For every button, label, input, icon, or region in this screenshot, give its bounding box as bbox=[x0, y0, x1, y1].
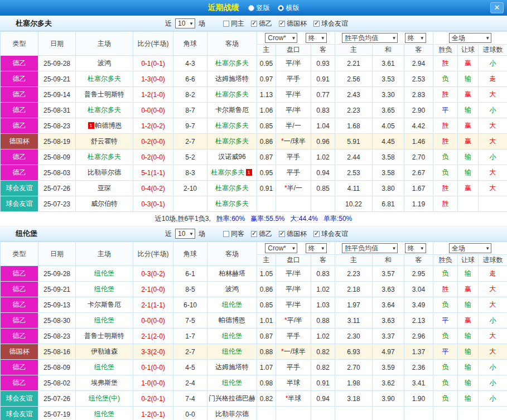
average-state-select[interactable]: 终▼ bbox=[405, 33, 426, 43]
chevron-down-icon: ▼ bbox=[485, 246, 490, 251]
red-card-badge: 1 bbox=[246, 169, 252, 176]
league-checkbox-cup[interactable]: 德国杯 bbox=[279, 19, 307, 28]
close-icon[interactable]: ✕ bbox=[490, 2, 504, 13]
subcol-home-odds: 主 bbox=[257, 255, 276, 266]
score-cell: 0-1(0-1) bbox=[133, 56, 173, 71]
score-cell: 5-1(1-1) bbox=[133, 165, 173, 181]
matches-table: 类型 日期 主场 比分(半场) 角球 客场 Crow*▼ 终▼ 胜平负均值▼ 终… bbox=[0, 242, 507, 420]
goals-result-cell: 大 bbox=[479, 134, 507, 149]
average-type-select[interactable]: 胜平负均值▼ bbox=[342, 243, 398, 253]
match-count-select[interactable]: 10 ▼ bbox=[175, 18, 195, 28]
handicap-result-cell: 输 bbox=[458, 149, 479, 165]
radio-checked-icon bbox=[278, 5, 284, 11]
date-cell: 25-09-28 bbox=[38, 56, 76, 71]
corner-cell: 4-5 bbox=[173, 360, 207, 375]
col-header-corner: 角球 bbox=[173, 32, 207, 56]
match-count-select[interactable]: 10 ▼ bbox=[175, 229, 195, 239]
handicap-result-cell: 输 bbox=[458, 266, 479, 282]
league-checkbox-friendly[interactable]: 球会友谊 bbox=[313, 19, 348, 28]
home-team-cell: 杜塞尔多夫 bbox=[76, 149, 133, 165]
match-row: 德乙25-09-21杜塞尔多夫1-3(0-0)6-6达姆施塔特0.97平手0.9… bbox=[1, 71, 507, 87]
date-cell: 25-08-16 bbox=[38, 344, 76, 360]
odds-state-select[interactable]: 终▼ bbox=[306, 243, 327, 253]
home-avg-cell: 3.18 bbox=[335, 391, 373, 407]
subcol-goals: 进球数 bbox=[479, 255, 507, 266]
draw-avg-cell: 3.80 bbox=[373, 181, 404, 196]
score-cell: 0-1(0-0) bbox=[133, 360, 173, 375]
red-card-badge: 1 bbox=[88, 122, 94, 129]
odds-state-select[interactable]: 终▼ bbox=[306, 33, 327, 43]
odds-company-select[interactable]: Crow*▼ bbox=[265, 243, 297, 253]
league-checkbox-de2[interactable]: 德乙 bbox=[251, 229, 272, 239]
draw-avg-cell: 3.59 bbox=[373, 360, 404, 375]
chevron-down-icon: ▼ bbox=[189, 231, 194, 236]
date-cell: 25-07-19 bbox=[38, 407, 76, 420]
same-venue-checkbox[interactable]: 同主 bbox=[223, 19, 244, 28]
handicap-result-cell bbox=[458, 407, 479, 420]
handicap-cell: 平/半 bbox=[276, 297, 311, 313]
league-checkbox-de2[interactable]: 德乙 bbox=[251, 19, 272, 28]
corner-cell: 2-7 bbox=[173, 344, 207, 360]
subcol-away-avg: 客 bbox=[404, 45, 433, 56]
handicap-cell bbox=[276, 196, 311, 212]
away-avg-cell: 2.36 bbox=[404, 360, 433, 375]
same-venue-checkbox[interactable]: 同客 bbox=[223, 229, 244, 239]
layout-vertical-label: 竖版 bbox=[257, 3, 270, 13]
away-team-cell: 波鸿 bbox=[207, 282, 257, 297]
home-team-cell: 纽伦堡 bbox=[76, 313, 133, 329]
draw-avg-cell: 3.65 bbox=[373, 103, 404, 118]
subcol-draw-avg: 和 bbox=[373, 45, 404, 56]
home-odds-cell bbox=[257, 407, 276, 420]
match-type-cell: 德乙 bbox=[1, 375, 38, 391]
result-cell: 平 bbox=[433, 103, 458, 118]
away-avg-cell: 2.95 bbox=[404, 266, 433, 282]
corner-cell: 1-7 bbox=[173, 329, 207, 344]
page-title: 近期战绩 bbox=[208, 3, 239, 13]
match-type-cell: 球会友谊 bbox=[1, 407, 38, 420]
date-cell: 25-09-28 bbox=[38, 266, 76, 282]
checkbox-checked-icon bbox=[251, 231, 257, 237]
date-cell: 25-08-19 bbox=[38, 134, 76, 149]
average-state-select[interactable]: 终▼ bbox=[405, 243, 426, 253]
corner-cell: 2-4 bbox=[173, 375, 207, 391]
league-checkbox-friendly[interactable]: 球会友谊 bbox=[313, 229, 348, 239]
odds-company-select[interactable]: Crow*▼ bbox=[265, 33, 297, 43]
home-avg-cell: 2.53 bbox=[335, 165, 373, 181]
near-label: 近 bbox=[165, 19, 172, 28]
subcol-goals: 进球数 bbox=[479, 45, 507, 56]
handicap-cell: 平手 bbox=[276, 149, 311, 165]
home-odds-cell: 0.95 bbox=[257, 56, 276, 71]
away-odds-cell: 0.83 bbox=[311, 266, 335, 282]
home-odds-cell: 0.85 bbox=[257, 118, 276, 134]
away-avg-cell: 2.90 bbox=[404, 103, 433, 118]
subcol-away-odds: 客 bbox=[311, 45, 335, 56]
score-cell: 1-2(0-1) bbox=[133, 407, 173, 420]
home-avg-cell: 3.11 bbox=[335, 313, 373, 329]
checkbox-checked-icon bbox=[251, 21, 257, 27]
chevron-down-icon: ▼ bbox=[392, 36, 396, 41]
layout-radio-horizontal[interactable]: 横版 bbox=[278, 3, 300, 13]
goals-result-cell: 走 bbox=[479, 71, 507, 87]
handicap-cell: 平手 bbox=[276, 329, 311, 344]
handicap-cell: 平/半 bbox=[276, 56, 311, 71]
result-cell: 负 bbox=[433, 71, 458, 87]
home-team-cell: 纽伦堡 bbox=[76, 282, 133, 297]
layout-radio-vertical[interactable]: 竖版 bbox=[248, 3, 270, 13]
away-avg-cell: 3.49 bbox=[404, 297, 433, 313]
scope-select[interactable]: 全场▼ bbox=[449, 33, 491, 43]
away-team-cell: 纽伦堡 bbox=[207, 344, 257, 360]
date-cell: 25-08-09 bbox=[38, 149, 76, 165]
scope-select[interactable]: 全场▼ bbox=[449, 243, 491, 253]
score-cell: 0-2(0-0) bbox=[133, 149, 173, 165]
filters: 近 10 ▼ 场 同客 德乙 德国杯 球会友谊 bbox=[165, 229, 348, 239]
checkbox-checked-icon bbox=[313, 21, 320, 27]
col-header-corner: 角球 bbox=[173, 242, 207, 266]
goals-result-cell: 大 bbox=[479, 165, 507, 181]
league-checkbox-cup[interactable]: 德国杯 bbox=[279, 229, 307, 239]
match-row: 德乙25-09-14普鲁士明斯特1-2(1-0)8-2杜塞尔多夫1.13平/半0… bbox=[1, 87, 507, 103]
score-cell: 0-0(0-0) bbox=[133, 103, 173, 118]
chevron-down-icon: ▼ bbox=[321, 246, 325, 251]
result-cell: 胜 bbox=[433, 56, 458, 71]
average-type-select[interactable]: 胜平负均值▼ bbox=[342, 33, 398, 43]
handicap-result-cell: 赢 bbox=[458, 56, 479, 71]
